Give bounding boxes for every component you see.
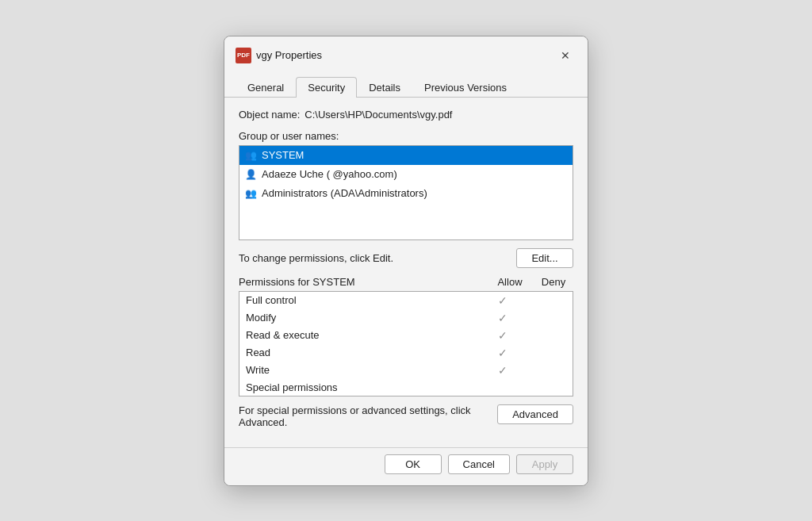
user-name-adaeze: Adaeze Uche ( @yahoo.com) [262,168,397,180]
user-list[interactable]: 👥 SYSTEM 👤 Adaeze Uche ( @yahoo.com) 👥 A… [239,145,573,240]
perm-row-full-control: Full control ✓ [239,292,573,309]
tab-details[interactable]: Details [357,77,412,98]
cancel-button[interactable]: Cancel [448,454,510,474]
tab-previous-versions[interactable]: Previous Versions [412,77,519,98]
object-name-label: Object name: [239,109,300,121]
perm-allow-full-control: ✓ [479,294,527,307]
advanced-row: For special permissions or advanced sett… [239,404,573,428]
tab-general[interactable]: General [236,77,296,98]
edit-permission-text: To change permissions, click Edit. [239,252,393,264]
permissions-table: Full control ✓ Modify ✓ Read & execute ✓… [239,291,573,396]
permissions-deny-col-header: Deny [534,276,573,288]
perm-name-write: Write [246,364,479,376]
perm-name-special: Special permissions [246,381,479,393]
object-name-row: Object name: C:\Users\HP\Documents\vgy.p… [239,109,573,121]
group-users-label: Group or user names: [239,130,573,142]
perm-row-modify: Modify ✓ [239,309,573,327]
perm-allow-read: ✓ [479,347,527,359]
user-item-system[interactable]: 👥 SYSTEM [239,146,573,165]
user-item-administrators[interactable]: 👥 Administrators (ADA\Administrators) [239,184,573,203]
perm-row-special: Special permissions [239,379,573,396]
perm-allow-modify: ✓ [479,312,527,324]
edit-row: To change permissions, click Edit. Edit.… [239,248,573,268]
close-icon: ✕ [561,49,570,62]
administrators-group-icon: 👥 [244,187,257,200]
perm-name-read-execute: Read & execute [246,329,479,341]
perm-name-modify: Modify [246,312,479,324]
permissions-allow-col-header: Allow [486,276,534,288]
advanced-text: For special permissions or advanced sett… [239,404,489,428]
user-item-adaeze[interactable]: 👤 Adaeze Uche ( @yahoo.com) [239,165,573,184]
user-name-system: SYSTEM [262,149,304,161]
title-bar-left: PDF vgy Properties [236,48,322,63]
adaeze-user-icon: 👤 [244,168,257,181]
permissions-header: Permissions for SYSTEM Allow Deny [239,276,573,288]
title-bar: PDF vgy Properties ✕ [224,36,588,67]
user-name-administrators: Administrators (ADA\Administrators) [262,187,427,199]
apply-button[interactable]: Apply [516,454,573,474]
bottom-bar: OK Cancel Apply [224,447,588,485]
ok-button[interactable]: OK [385,454,442,474]
advanced-button[interactable]: Advanced [497,404,573,424]
perm-name-full-control: Full control [246,294,479,306]
pdf-icon: PDF [236,48,251,63]
tab-bar: General Security Details Previous Versio… [224,70,588,98]
system-group-icon: 👥 [244,149,257,162]
edit-button[interactable]: Edit... [516,248,573,268]
close-button[interactable]: ✕ [554,44,576,67]
perm-row-read: Read ✓ [239,344,573,362]
perm-name-read: Read [246,347,479,358]
perm-row-read-execute: Read & execute ✓ [239,327,573,344]
tab-content: Object name: C:\Users\HP\Documents\vgy.p… [224,98,588,447]
perm-allow-write: ✓ [479,364,527,377]
perm-row-write: Write ✓ [239,362,573,379]
object-name-value: C:\Users\HP\Documents\vgy.pdf [304,109,452,121]
permissions-title: Permissions for SYSTEM [239,276,486,288]
properties-dialog: PDF vgy Properties ✕ General Security De… [224,36,588,486]
perm-allow-read-execute: ✓ [479,329,527,342]
tab-security[interactable]: Security [296,77,357,98]
dialog-title: vgy Properties [256,49,322,61]
